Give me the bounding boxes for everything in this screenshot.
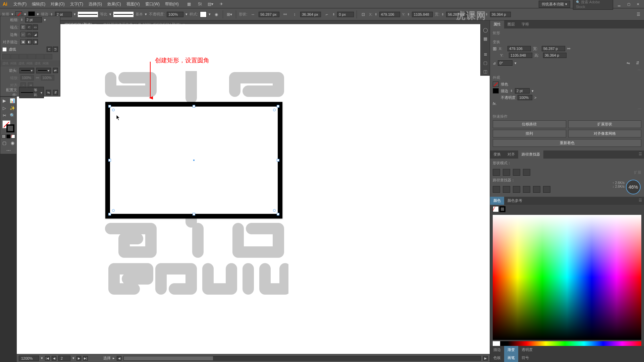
color-mode-icon[interactable] [2, 134, 6, 138]
divide-icon[interactable] [493, 186, 500, 193]
arrow-end[interactable]: ▾ [36, 68, 51, 73]
arrange-button[interactable]: 排列 [493, 130, 566, 137]
menu-object[interactable]: 对象(O) [48, 1, 67, 7]
tab-gradient[interactable]: 渐变 [504, 346, 518, 354]
pixel-align-button[interactable]: 对齐像素网格 [568, 130, 642, 137]
stroke-weight-field[interactable] [25, 17, 42, 22]
menu-view[interactable]: 视图(V) [124, 1, 143, 7]
tab-pathfinder[interactable]: 路径查找器 [518, 150, 543, 159]
close-icon[interactable]: ✕ [635, 2, 641, 6]
tab-properties[interactable]: 属性 [490, 20, 504, 28]
dock-asset-icon[interactable]: ◫ [481, 67, 490, 76]
menu-type[interactable]: 文字(T) [67, 1, 86, 7]
tab-transform[interactable]: 变换 [490, 150, 504, 159]
panel-menu-icon[interactable]: ☰ [637, 150, 644, 159]
prev-artboard-icon[interactable]: ◀ [52, 356, 56, 361]
scroll-right-icon[interactable]: ▶ [483, 356, 488, 361]
align-outside-icon[interactable]: ◨ [33, 39, 38, 45]
prop-w-input[interactable] [542, 46, 565, 51]
prop-h-input[interactable] [543, 53, 567, 58]
next-artboard-icon[interactable]: ▶ [76, 356, 81, 361]
corner-type-icon[interactable]: ⌐ [323, 11, 330, 18]
last-artboard-icon[interactable]: ▶| [83, 356, 88, 361]
stock-icon[interactable]: St [196, 0, 204, 8]
join-miter-icon[interactable]: ⌐ [20, 32, 26, 37]
transform-icon[interactable]: ⊡ [360, 11, 367, 18]
tab-swatches[interactable]: 色板 [490, 354, 504, 362]
minus-front-icon[interactable] [503, 169, 510, 176]
corner-input[interactable] [337, 12, 354, 17]
join-bevel-icon[interactable]: ◢ [33, 32, 38, 37]
link-wh-icon[interactable]: ⚯ [567, 47, 570, 51]
maximize-icon[interactable]: ▢ [625, 2, 632, 6]
cap-butt-icon[interactable]: ⊏ [20, 24, 26, 30]
dock-layers-icon[interactable]: ≣ [481, 50, 490, 58]
color-spectrum[interactable] [493, 215, 641, 340]
h-input[interactable] [490, 12, 511, 17]
minimize-icon[interactable]: ▁ [616, 2, 623, 6]
fill-swatch2[interactable] [493, 81, 499, 87]
brush-def-swatch[interactable] [113, 12, 133, 17]
stroke-swatch2[interactable] [493, 88, 499, 94]
color-fill-swatch[interactable]: ⁄ [493, 206, 499, 212]
shape-h-input[interactable] [300, 12, 321, 17]
fill-stroke-swatch[interactable] [0, 119, 16, 134]
tab-brushes[interactable]: 画笔 [504, 354, 518, 362]
align-icon[interactable]: ⊞▾ [226, 11, 233, 18]
prop-x-input[interactable] [507, 46, 531, 51]
selected-rectangle[interactable] [105, 102, 282, 219]
dash-align2-icon[interactable]: ⊐ [53, 47, 58, 52]
shape-w-input[interactable] [259, 12, 279, 17]
recolor-icon[interactable]: ◉ [213, 11, 220, 18]
none-mode-icon[interactable]: ⁄ [11, 134, 15, 138]
swap-arrows-icon[interactable]: ⇄ [53, 68, 58, 73]
flip-h-icon[interactable]: ⇋ [625, 59, 632, 67]
artboard-num-input[interactable]: 2 [58, 356, 70, 361]
dashed-checkbox[interactable] [2, 47, 7, 52]
panel-menu-icon[interactable]: ☰ [637, 197, 644, 205]
menu-file[interactable]: 文件(F) [11, 1, 29, 7]
cap-round-icon[interactable]: ⊂ [26, 24, 32, 30]
flip2-icon[interactable]: ⇵ [53, 90, 58, 95]
h-scrollbar[interactable] [123, 356, 481, 361]
tab-align[interactable]: 对齐 [504, 150, 518, 159]
expand-shape-button[interactable]: 扩展形状 [568, 120, 642, 128]
dock-swatch-icon[interactable]: ▦ [481, 34, 490, 43]
flip-v-icon[interactable]: ⇵ [634, 59, 641, 67]
tab-color-guide[interactable]: 颜色参考 [504, 197, 526, 205]
wand-tool-icon[interactable]: ✨ [8, 104, 16, 112]
menu-window[interactable]: 窗口(W) [143, 1, 162, 7]
first-artboard-icon[interactable]: |◀ [45, 356, 50, 361]
menu-effect[interactable]: 效果(C) [105, 1, 124, 7]
merge-icon[interactable] [513, 186, 520, 193]
exclude-icon[interactable] [523, 169, 530, 176]
prop-y-input[interactable] [509, 53, 532, 58]
cap-square-icon[interactable]: ▭ [33, 24, 38, 30]
color-stroke-swatch[interactable] [499, 206, 505, 212]
shape-w-icon[interactable]: ↔ [249, 11, 257, 18]
trim-icon[interactable] [503, 186, 510, 193]
crop-icon[interactable] [523, 186, 530, 193]
menu-select[interactable]: 选择(S) [86, 1, 105, 7]
gradient-mode-icon[interactable] [6, 134, 10, 138]
link-wh-icon[interactable]: ⚯ [281, 11, 289, 18]
zoom-tool-icon[interactable]: 🔍 [8, 112, 16, 119]
tab-layers[interactable]: 图层 [504, 20, 518, 28]
dock-artboard-icon[interactable]: ▢ [481, 58, 490, 67]
menu-help[interactable]: 帮助(H) [162, 1, 181, 7]
minus-back-icon[interactable] [543, 186, 550, 193]
ref-point-icon[interactable]: ⊞ [493, 46, 497, 51]
stroke-profile-swatch[interactable] [78, 12, 98, 17]
tab-chars[interactable]: 字符 [518, 20, 532, 28]
dock-color-icon[interactable]: ◯ [481, 25, 490, 34]
tab-stroke2[interactable]: 描边 [490, 346, 504, 354]
workspace-switcher[interactable]: 传统基本功能▾ [539, 1, 570, 8]
join-round-icon[interactable]: ◠ [26, 32, 32, 37]
tab-color[interactable]: 颜色 [490, 197, 504, 205]
screen-mode-icon[interactable]: ▢ [0, 139, 8, 146]
intersect-icon[interactable] [513, 169, 520, 176]
scroll-left-icon[interactable]: ◀ [117, 356, 121, 361]
flip-icon[interactable]: ⇋ [46, 90, 51, 95]
edit-tools-icon[interactable]: ⋯ [0, 146, 16, 154]
offset-path-button[interactable]: 位移路径 [493, 120, 566, 128]
